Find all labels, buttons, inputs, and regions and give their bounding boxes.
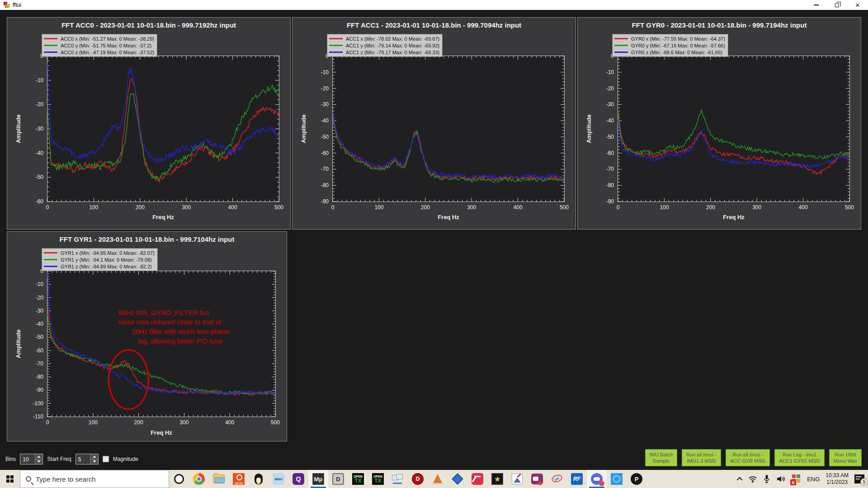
up-arrow-icon <box>37 455 41 458</box>
taskbar-item-ubuntu[interactable]: 18.04 <box>229 470 249 488</box>
taskbar-item-qgroundcontrol[interactable]: Q <box>288 470 308 488</box>
legend-label: GYR1 x (Min: -94.85 Max: 0 Mean: -82.07) <box>61 250 155 256</box>
down-arrow-icon <box>93 460 96 463</box>
start-freq-up-button[interactable] <box>91 454 98 460</box>
svg-text:-20: -20 <box>36 101 44 108</box>
taskbar-item-opentx-1[interactable]: OPEN TX <box>348 470 368 488</box>
legend-label: GYR1 y (Min: -94.1 Max: 0 Mean: -79.08) <box>61 257 152 263</box>
restore-icon <box>835 3 839 7</box>
tray-app-badge: 6 <box>790 479 796 485</box>
taskbar-item-display-switch[interactable] <box>388 470 408 488</box>
legend-label: ACC1 x (Min: -78.02 Max: 0 Mean: -69.67) <box>346 36 439 42</box>
bins-stepper[interactable]: 10 <box>20 454 43 465</box>
svg-text:-60: -60 <box>606 150 614 156</box>
taskbar-item-parsec[interactable]: P <box>627 470 646 488</box>
mavproxy-icon: MAV <box>273 473 284 485</box>
svg-text:-20: -20 <box>36 295 44 301</box>
clock-time: 10:33 AM <box>826 472 849 479</box>
up-arrow-icon <box>93 455 96 458</box>
bins-value[interactable]: 10 <box>20 454 35 464</box>
d-emblem-icon: D <box>332 473 344 485</box>
opentx-icon: OPEN TX <box>372 473 384 485</box>
svg-text:-90: -90 <box>606 198 614 205</box>
run-log-imu1-button[interactable]: Run Log - imu1 ACC1 GYR1 MSG <box>774 449 824 466</box>
clock[interactable]: 10:33 AM 1/1/2023 <box>826 472 849 486</box>
svg-text:-30: -30 <box>36 308 44 314</box>
file-explorer-icon <box>213 474 225 483</box>
start-freq-value[interactable]: 5 <box>76 454 90 464</box>
screen-recorder-icon <box>531 474 543 484</box>
chart-panel-acc0: FFT ACC0 - 2023-01-01 10-01-18.bin - 999… <box>7 17 291 230</box>
svg-text:300: 300 <box>182 204 191 211</box>
legend-row: GYR0 z (Min: -68.6 Max: 0 Mean: -61.65) <box>614 49 725 56</box>
magnitude-checkbox[interactable] <box>103 456 109 462</box>
bins-down-button[interactable] <box>35 460 42 465</box>
tux-penguin-icon <box>255 474 263 484</box>
x-axis-label: Freq Hz <box>47 429 276 436</box>
series-swatch <box>44 259 57 260</box>
legend-label: ACC0 z (Min: -47.19 Max: 0 Mean: -37.52) <box>61 50 154 55</box>
svg-text:-10: -10 <box>606 69 614 75</box>
legend-row: ACC0 z (Min: -47.19 Max: 0 Mean: -37.52) <box>44 49 154 56</box>
restore-button[interactable] <box>826 0 847 10</box>
legend-row: ACC0 x (Min: -51.27 Max: 0 Mean: -38.29) <box>44 35 154 42</box>
taskbar-item-realflight[interactable]: RF <box>567 470 587 488</box>
taskbar-item-video-editor[interactable]: ★ <box>487 470 507 488</box>
svg-text:200: 200 <box>421 204 430 211</box>
run-all-imus-imu13-button[interactable]: Run all imus - IMU1-3 MSG <box>682 449 721 466</box>
start-freq-stepper[interactable]: 5 <box>75 454 99 465</box>
run-16bit-mono-wav-button[interactable]: Run 16bit Mono Wav <box>829 449 862 466</box>
taskbar-item-image-editor[interactable] <box>507 470 527 488</box>
taskbar-item-opentx-2[interactable]: OPEN TX <box>368 470 388 488</box>
svg-text:0: 0 <box>46 419 49 426</box>
close-button[interactable]: × <box>847 0 868 10</box>
taskbar-item-discord-active[interactable] <box>587 470 607 488</box>
discord-icon <box>591 473 603 485</box>
svg-text:500: 500 <box>274 204 283 211</box>
microphone-icon[interactable] <box>763 474 770 483</box>
start-freq-down-button[interactable] <box>91 460 98 465</box>
bins-up-button[interactable] <box>35 454 42 460</box>
taskbar-item-screen-recorder[interactable] <box>527 470 547 488</box>
run-all-imus-accgyr-button[interactable]: Run all imus - ACC GYR MSG <box>726 449 770 466</box>
taskbar-item-cortana[interactable] <box>169 470 189 488</box>
taskbar-item-blue-square-app[interactable] <box>607 470 627 488</box>
wifi-icon[interactable] <box>748 475 757 483</box>
search-placeholder: Type here to search <box>36 475 96 483</box>
svg-text:200: 200 <box>706 204 715 211</box>
notification-center-icon[interactable]: 5 <box>854 474 864 483</box>
annotation-line: noise now reduced close to that of <box>118 317 242 327</box>
start-button[interactable] <box>0 470 20 488</box>
svg-text:-80: -80 <box>321 182 329 188</box>
taskbar-item-snipping-tool[interactable]: ✂ <box>547 470 567 488</box>
volume-icon[interactable] <box>776 475 786 483</box>
crane-app-icon <box>472 473 483 485</box>
taskbar-item-missionplanner-active[interactable]: Mp <box>308 470 328 488</box>
taskbar-item-chrome[interactable] <box>189 470 209 488</box>
x-axis-label: Freq Hz <box>618 214 850 221</box>
svg-text:400: 400 <box>799 204 808 211</box>
taskbar-item-d-app[interactable]: D <box>328 470 348 488</box>
series-swatch <box>614 52 628 53</box>
magnitude-label: Magnitude <box>113 456 138 462</box>
language-indicator[interactable]: ENG <box>807 476 820 483</box>
ubuntu-icon: 18.04 <box>233 473 245 485</box>
svg-text:300: 300 <box>752 204 761 211</box>
tray-app-icon[interactable]: 6 <box>792 474 801 483</box>
taskbar-item-red-d-app[interactable]: D <box>408 470 428 488</box>
minimize-button[interactable] <box>806 0 826 10</box>
taskbar-item-file-explorer[interactable] <box>209 470 229 488</box>
annotation-text: 60Hz INS_GYRO_FILTER but noise now reduc… <box>118 308 242 346</box>
imu-batch-sample-button[interactable]: IMU Batch Sample <box>645 449 677 466</box>
taskbar-item-linux[interactable] <box>249 470 269 488</box>
taskbar-item-mavproxy[interactable]: MAV <box>269 470 288 488</box>
star-video-icon: ★ <box>491 473 503 485</box>
search-input[interactable]: Type here to search <box>20 470 169 488</box>
taskbar-item-blue-diamond-app[interactable] <box>448 470 467 488</box>
svg-text:-70: -70 <box>606 166 614 172</box>
search-icon <box>26 476 31 482</box>
taskbar-item-vlc[interactable] <box>428 470 448 488</box>
tray-chevron-up-icon[interactable] <box>737 477 743 483</box>
x-axis-label: Freq Hz <box>332 214 565 221</box>
taskbar-item-crane-app[interactable] <box>467 470 487 488</box>
